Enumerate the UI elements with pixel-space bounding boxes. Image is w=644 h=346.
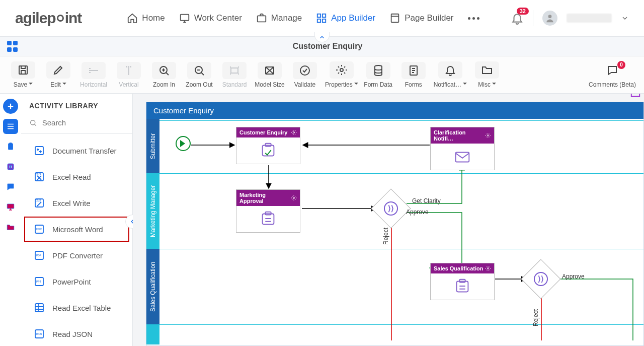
page-title: Customer Enquiry [293, 42, 363, 51]
svg-point-53 [488, 268, 489, 269]
gear-icon[interactable] [291, 129, 297, 135]
svg-text:DOC: DOC [36, 228, 42, 231]
tool-properties[interactable]: Properties [325, 61, 358, 88]
username [567, 14, 612, 23]
tool-model-size[interactable]: Model Size [255, 62, 285, 88]
lib-read-excel-table[interactable]: Read Excel Table [24, 295, 129, 320]
apps-grid-button[interactable] [7, 41, 18, 52]
divider [533, 10, 533, 26]
tool-edit[interactable]: Edit [43, 61, 73, 88]
tool-vertical[interactable]: Vertical [114, 62, 144, 88]
svg-rect-49 [456, 152, 469, 162]
tool-validate-icon [293, 62, 317, 79]
nav-label: Manage [271, 13, 302, 23]
gateway-marketing[interactable]: ⟩⟩ [371, 188, 411, 228]
monitor-icon [179, 13, 190, 24]
nav-more[interactable] [468, 17, 479, 20]
edges [159, 119, 643, 340]
logo: agilepint [15, 10, 82, 27]
nav-label: App Builder [331, 13, 375, 23]
tool-zoom-out[interactable]: Zoom Out [184, 62, 214, 88]
svg-text:XLS: XLS [36, 199, 41, 202]
nav-right: 32 [511, 10, 629, 26]
svg-rect-17 [10, 143, 12, 145]
lib-excel-read[interactable]: XLSExcel Read [24, 164, 129, 189]
nav-label: Home [142, 13, 165, 23]
nav-app-builder[interactable]: App Builder [316, 13, 375, 24]
vtab-add[interactable] [3, 99, 18, 114]
tool-save[interactable]: Save [8, 61, 38, 88]
nav-label: Work Center [194, 13, 242, 23]
expand-canvas-button[interactable] [630, 94, 641, 98]
node-clarification[interactable]: Clarification Notifi… [430, 127, 495, 170]
lane-headers: SubmitterMarketing ManagerSales Qualific… [146, 119, 159, 340]
tool-label: Standard [222, 81, 247, 88]
tool-horizontal-icon [82, 62, 106, 79]
process-canvas[interactable]: Customer Enquiry SubmitterMarketing Mana… [146, 102, 644, 346]
nav-manage[interactable]: Manage [256, 13, 302, 24]
lane-header[interactable]: Submitter [146, 119, 159, 173]
tool-standard[interactable]: Standard [219, 62, 250, 88]
user-avatar[interactable] [542, 11, 557, 26]
tool-label: Zoom In [153, 81, 175, 88]
svg-text:PDF: PDF [36, 254, 41, 257]
lib-microsoft-word-icon: DOC [33, 223, 45, 235]
search-container [21, 115, 132, 134]
vtab-clipboard[interactable] [3, 139, 18, 154]
svg-rect-6 [391, 14, 399, 23]
start-node[interactable] [176, 136, 191, 151]
tool-model-size-icon [258, 62, 282, 79]
vtab-chat[interactable] [3, 179, 18, 194]
search-input[interactable] [41, 118, 124, 127]
lane-header[interactable] [146, 324, 159, 344]
swimlane-area[interactable]: Customer Enquiry Clarification Notifi… M… [159, 119, 643, 340]
comments-badge: 0 [617, 61, 625, 69]
nav-page-builder[interactable]: Page Builder [389, 13, 453, 24]
tool-misc[interactable]: Misc [472, 61, 502, 88]
gear-icon[interactable] [485, 132, 491, 139]
lib-read-json[interactable]: JSONRead JSON [24, 321, 129, 346]
lib-microsoft-word[interactable]: DOCMicrosoft Word [24, 217, 129, 242]
tool-forms[interactable]: Forms [398, 62, 429, 88]
tool-forms-icon [401, 62, 426, 79]
lib-excel-write[interactable]: XLSExcel Write [24, 190, 129, 216]
tool-label: Validate [294, 81, 315, 88]
vtab-list[interactable] [3, 119, 18, 134]
gateway-sales[interactable]: ⟩⟩ [521, 259, 560, 299]
nav-home[interactable]: Home [127, 13, 165, 24]
node-marketing-approval[interactable]: Marketing Approval [236, 189, 300, 233]
edge-label: Approve [562, 273, 585, 280]
lib-document-transfer[interactable]: Document Transfer [24, 138, 129, 163]
lane-header[interactable]: Marketing Manager [146, 173, 159, 249]
node-sales-qualification[interactable]: Sales Qualification [430, 263, 495, 300]
notifications-button[interactable]: 32 [511, 12, 524, 25]
vtab-present[interactable] [3, 199, 18, 215]
canvas-body: SubmitterMarketing ManagerSales Qualific… [146, 119, 643, 340]
user-menu-button[interactable] [621, 14, 629, 22]
vtab-folder[interactable] [3, 220, 18, 235]
tool-label: Misc [478, 81, 496, 88]
tool-comments[interactable]: 0Comments (Beta) [589, 62, 636, 88]
nav-work-center[interactable]: Work Center [179, 13, 242, 24]
nav-items: Home Work Center Manage App Builder Page… [127, 13, 479, 24]
tool-form-data[interactable]: Form Data [363, 62, 393, 88]
vtab-pause[interactable] [3, 159, 18, 174]
vertical-tabs [0, 94, 21, 346]
activity-library-sidebar: ACTIVITY LIBRARY Document TransferXLSExc… [21, 94, 133, 346]
tool-zoom-in[interactable]: Zoom In [149, 62, 179, 88]
nav-label: Page Builder [405, 13, 453, 23]
gear-icon[interactable] [485, 265, 491, 271]
lib-excel-read-icon: XLS [33, 171, 45, 183]
gear-icon[interactable] [291, 195, 297, 201]
lane-header[interactable]: Sales Qualification [146, 249, 159, 324]
search-icon [29, 118, 37, 127]
lib-item-label: PowerPoint [52, 278, 91, 286]
node-customer-enquiry[interactable]: Customer Enquiry [236, 127, 300, 164]
lib-pdf-converter[interactable]: PDFPDF Converter [24, 243, 129, 268]
svg-rect-34 [35, 304, 43, 312]
comments-icon: 0 [600, 62, 624, 79]
tool-validate[interactable]: Validate [290, 62, 320, 88]
lib-powerpoint[interactable]: PPTPowerPoint [24, 269, 129, 294]
tool-notifications[interactable]: Notificat… [434, 61, 467, 88]
tool-horizontal[interactable]: Horizontal [78, 62, 109, 88]
